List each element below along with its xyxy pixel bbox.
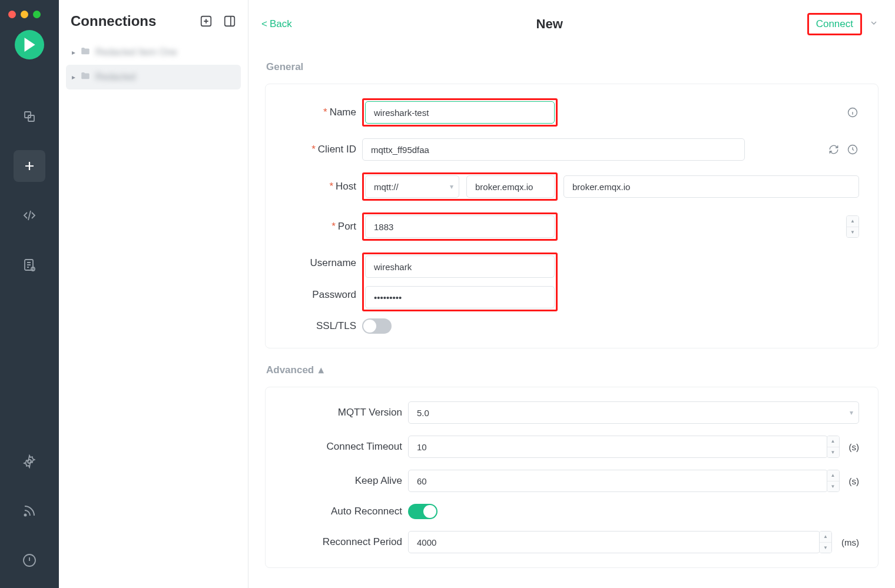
nav-add-icon[interactable] — [14, 150, 45, 182]
nav-settings-icon[interactable] — [14, 446, 45, 477]
tree-item[interactable]: ▸ Redacted — [66, 65, 241, 89]
port-label: Port — [338, 221, 356, 232]
host-label: Host — [336, 181, 356, 192]
step-up-icon[interactable]: ▲ — [820, 531, 831, 543]
chevron-left-icon: < — [261, 18, 267, 30]
step-down-icon[interactable]: ▼ — [827, 447, 839, 458]
nav-log-icon[interactable] — [14, 249, 45, 281]
general-card: *Name *Client ID — [265, 84, 879, 348]
folder-icon — [80, 71, 91, 84]
reconnect-stepper[interactable]: ▲▼ — [819, 531, 832, 553]
nav-copy-icon[interactable] — [14, 101, 45, 132]
port-stepper[interactable]: ▲▼ — [846, 215, 859, 238]
tree-item-label: Redacted Item One — [95, 47, 177, 58]
add-connection-icon[interactable] — [200, 15, 213, 28]
nav-rail — [0, 0, 59, 588]
keep-alive-input[interactable] — [408, 470, 828, 492]
minimize-window-icon[interactable] — [21, 11, 28, 18]
step-up-icon[interactable]: ▲ — [847, 216, 858, 227]
reconnect-period-label: Reconnect Period — [323, 536, 402, 547]
port-input[interactable] — [365, 215, 555, 238]
name-input[interactable] — [365, 101, 555, 124]
section-advanced-label: Advanced — [266, 364, 314, 376]
step-down-icon[interactable]: ▼ — [820, 543, 831, 553]
close-window-icon[interactable] — [8, 11, 16, 18]
connect-button[interactable]: Connect — [809, 15, 860, 34]
side-panel: Connections ▸ Redacted Item One ▸ Redact… — [59, 0, 248, 588]
ssl-label: SSL/TLS — [316, 320, 356, 331]
caret-right-icon: ▸ — [72, 48, 75, 57]
refresh-icon[interactable] — [827, 143, 840, 156]
client-id-input[interactable] — [362, 138, 745, 161]
page-title: New — [536, 16, 563, 32]
window-controls — [8, 7, 41, 30]
back-label: Back — [270, 18, 292, 30]
mqtt-version-label: MQTT Version — [338, 407, 402, 418]
step-up-icon[interactable]: ▲ — [827, 436, 839, 447]
protocol-select[interactable]: mqtt:// — [365, 175, 459, 198]
svg-rect-0 — [25, 112, 31, 118]
app-logo — [15, 30, 44, 59]
host-input-highlighted[interactable] — [466, 175, 555, 198]
side-panel-title: Connections — [71, 13, 156, 29]
password-input[interactable] — [365, 286, 555, 308]
auto-reconnect-toggle[interactable] — [408, 504, 437, 519]
advanced-card: MQTT Version 5.0 ▾ Connect Timeout ▲▼ (s… — [265, 387, 879, 568]
username-input[interactable] — [365, 255, 555, 278]
keepalive-stepper[interactable]: ▲▼ — [827, 470, 840, 492]
connect-timeout-input[interactable] — [408, 436, 828, 458]
svg-point-5 — [25, 514, 26, 516]
clock-icon[interactable] — [846, 143, 859, 156]
nav-help-icon[interactable] — [14, 544, 45, 576]
folder-icon — [80, 46, 91, 59]
ssl-toggle[interactable] — [362, 318, 392, 334]
keep-alive-unit: (s) — [849, 476, 860, 486]
tree-item-label: Redacted — [95, 72, 136, 82]
section-advanced-toggle[interactable]: Advanced ▴ — [265, 348, 879, 387]
topbar: < Back New Connect — [248, 0, 895, 48]
back-button[interactable]: < Back — [261, 18, 292, 30]
svg-rect-8 — [225, 16, 235, 26]
chevron-down-icon[interactable] — [869, 18, 879, 30]
nav-code-icon[interactable] — [14, 200, 45, 231]
connect-timeout-label: Connect Timeout — [326, 441, 402, 452]
timeout-unit: (s) — [849, 442, 860, 452]
reconnect-period-input[interactable] — [408, 531, 820, 553]
auto-reconnect-label: Auto Reconnect — [331, 506, 402, 517]
client-id-label: Client ID — [318, 144, 356, 155]
mqtt-version-select[interactable]: 5.0 — [408, 401, 859, 424]
reconnect-period-unit: (ms) — [841, 537, 859, 547]
svg-rect-1 — [28, 115, 34, 121]
step-down-icon[interactable]: ▼ — [847, 227, 858, 238]
maximize-window-icon[interactable] — [33, 11, 41, 18]
name-label: Name — [330, 107, 356, 118]
main: < Back New Connect ➚ General *Name — [248, 0, 895, 588]
panel-layout-icon[interactable] — [223, 15, 236, 28]
caret-up-icon: ▴ — [319, 364, 324, 376]
keep-alive-label: Keep Alive — [355, 475, 402, 486]
timeout-stepper[interactable]: ▲▼ — [827, 436, 840, 458]
step-down-icon[interactable]: ▼ — [827, 481, 839, 492]
step-up-icon[interactable]: ▲ — [827, 470, 839, 481]
host-input[interactable] — [563, 175, 859, 198]
tree-item[interactable]: ▸ Redacted Item One — [66, 40, 241, 65]
info-icon[interactable] — [846, 106, 859, 119]
username-label: Username — [310, 257, 356, 268]
section-general-label: General — [265, 48, 879, 84]
nav-rss-icon[interactable] — [14, 495, 45, 527]
caret-right-icon: ▸ — [72, 73, 75, 81]
